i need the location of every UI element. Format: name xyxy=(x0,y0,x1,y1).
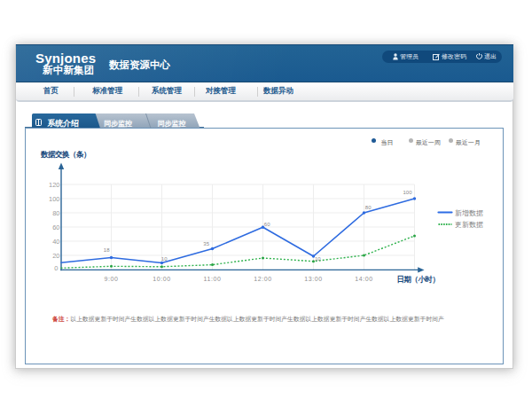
svg-text:10:00: 10:00 xyxy=(153,276,171,282)
svg-text:60: 60 xyxy=(52,223,59,231)
svg-text:更新数据: 更新数据 xyxy=(455,221,483,229)
svg-text:12:00: 12:00 xyxy=(254,276,272,282)
svg-text:80: 80 xyxy=(52,209,59,217)
svg-text:13:00: 13:00 xyxy=(304,276,323,282)
svg-text:100: 100 xyxy=(403,190,412,195)
svg-text:35: 35 xyxy=(203,241,209,246)
svg-text:0: 0 xyxy=(54,264,58,272)
svg-text:日期（小时）: 日期（小时） xyxy=(397,275,440,284)
svg-text:9:00: 9:00 xyxy=(104,276,118,282)
svg-text:10: 10 xyxy=(315,256,321,262)
svg-text:14:00: 14:00 xyxy=(355,276,373,282)
svg-text:18: 18 xyxy=(104,247,110,253)
svg-text:100: 100 xyxy=(49,195,60,203)
svg-text:11:00: 11:00 xyxy=(204,276,222,282)
svg-text:40: 40 xyxy=(52,238,59,246)
svg-text:20: 20 xyxy=(52,252,59,260)
svg-text:数据交换（条）: 数据交换（条） xyxy=(40,150,90,159)
svg-text:80: 80 xyxy=(365,205,372,210)
svg-text:新增数据: 新增数据 xyxy=(455,209,483,217)
svg-text:10: 10 xyxy=(161,256,168,262)
svg-text:60: 60 xyxy=(264,222,270,227)
svg-text:120: 120 xyxy=(49,181,60,189)
